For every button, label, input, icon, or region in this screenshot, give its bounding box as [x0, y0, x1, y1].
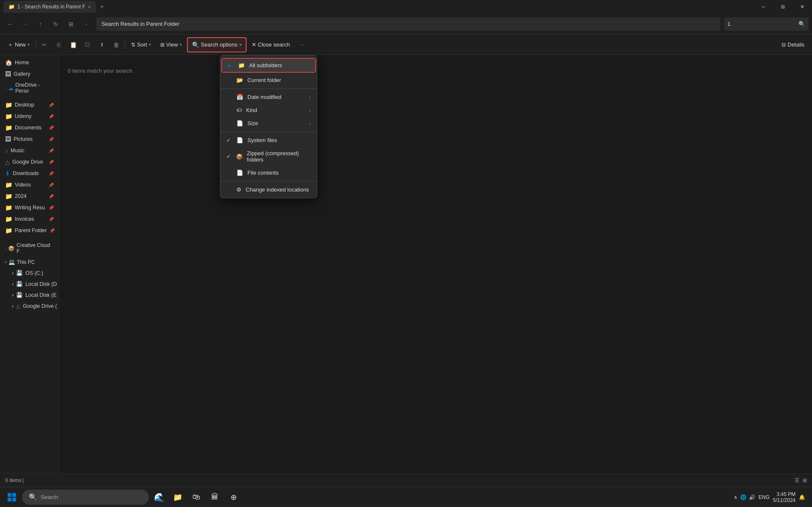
- menu-item-current-folder[interactable]: 📂 Current folder: [220, 74, 317, 87]
- sidebar-item-udemy[interactable]: 📁 Udemy 📌: [2, 111, 57, 122]
- sidebar-item-invoices[interactable]: 📁 Invoices 📌: [2, 214, 57, 225]
- sidebar-item-documents[interactable]: 📁 Documents 📌: [2, 122, 57, 133]
- window-controls: ─ ⧉ ✕: [754, 0, 812, 14]
- sidebar-item-desktop[interactable]: 📁 Desktop 📌: [2, 99, 57, 110]
- sidebar-creativecloud-header[interactable]: › 📦 Creative Cloud F: [2, 240, 57, 256]
- search-options-dropdown: ● 📁 All subfolders 📂 Current folder 📅: [220, 55, 317, 198]
- taskbar-app-store[interactable]: 🛍: [188, 489, 205, 506]
- current-folder-label: Current folder: [247, 77, 281, 83]
- search-box[interactable]: 1 🔍: [724, 17, 809, 31]
- sidebar-music-label: Music: [11, 148, 25, 153]
- language-indicator[interactable]: ENG: [759, 494, 770, 500]
- videos-pin: 📌: [49, 183, 54, 187]
- sidebar-item-googledrive[interactable]: △ Google Drive 📌: [2, 156, 57, 167]
- taskbar-app-explorer[interactable]: 📁: [169, 489, 186, 506]
- sidebar-item-locald[interactable]: › 💾 Local Disk (D:): [2, 279, 57, 289]
- taskbar-app-ai[interactable]: 🌊: [151, 489, 167, 506]
- menu-item-change-indexed[interactable]: ⚙ Change indexed locations: [220, 183, 317, 196]
- menu-item-file-contents[interactable]: 📄 File contents: [220, 166, 317, 179]
- details-button[interactable]: ⊟ Details: [777, 37, 809, 52]
- paste-button[interactable]: 📋: [66, 38, 80, 52]
- sidebar-onedrive-header[interactable]: › ☁ OneDrive - Perso: [2, 80, 57, 96]
- back-button[interactable]: ←: [3, 17, 17, 31]
- list-view-icon[interactable]: ☰: [795, 477, 799, 483]
- delete-button[interactable]: 🗑: [110, 38, 123, 52]
- view-switcher-button[interactable]: ⊞: [64, 17, 78, 31]
- network-icon[interactable]: 🌐: [740, 494, 746, 500]
- sidebar-thispc-header[interactable]: › 💻 This PC: [2, 257, 57, 267]
- address-path[interactable]: Search Results in Parent Folder: [96, 17, 721, 31]
- copy-button[interactable]: ⎘: [52, 38, 66, 52]
- size-arrow: ›: [309, 121, 311, 126]
- sidebar-item-pictures[interactable]: 🖼 Pictures 📌: [2, 134, 57, 145]
- onedrive-chevron: ›: [5, 86, 6, 90]
- udemy-pin: 📌: [49, 114, 54, 119]
- zipped-check: ✓: [226, 153, 232, 159]
- sidebar-item-parentfolder[interactable]: 📁 Parent Folder 📌: [2, 225, 57, 236]
- sidebar-item-osc[interactable]: › 💾 OS (C:): [2, 268, 57, 278]
- new-tab-button[interactable]: +: [96, 1, 108, 13]
- tray-icons: ∧ 🌐 🔊: [734, 494, 755, 500]
- forward-button[interactable]: →: [19, 17, 32, 31]
- share-button[interactable]: ⬆: [95, 38, 109, 52]
- music-pin: 📌: [49, 148, 54, 153]
- menu-item-zipped-folders[interactable]: ✓ 📦 Zipped (compressed) folders: [220, 147, 317, 166]
- sidebar-item-music[interactable]: ♪ Music 📌: [2, 145, 57, 156]
- tab-close-button[interactable]: ✕: [88, 5, 91, 9]
- up-button[interactable]: ↑: [34, 17, 47, 31]
- new-button[interactable]: ＋ New ▾: [3, 37, 34, 52]
- volume-icon[interactable]: 🔊: [749, 494, 755, 500]
- refresh-button[interactable]: ↻: [49, 17, 63, 31]
- new-label: New: [15, 41, 26, 48]
- osc-chevron: ›: [12, 270, 14, 276]
- maximize-button[interactable]: ⧉: [773, 0, 793, 14]
- sidebar-item-gallery-label: Gallery: [14, 71, 30, 77]
- more-options-button[interactable]: ···: [295, 37, 308, 52]
- tab-title: 1 - Search Results in Parent Fol: [17, 4, 85, 10]
- cut-button[interactable]: ✂: [38, 38, 51, 52]
- sidebar-item-downloads[interactable]: ⬇ Downloads 📌: [2, 168, 57, 179]
- minimize-button[interactable]: ─: [754, 0, 773, 14]
- clock[interactable]: 3:45 PM 5/11/2024: [773, 491, 796, 503]
- 2024-icon: 📁: [5, 193, 12, 200]
- sidebar-udemy-label: Udemy: [15, 113, 32, 119]
- sidebar-item-2024[interactable]: 📁 2024 📌: [2, 191, 57, 202]
- active-tab[interactable]: 📁 1 - Search Results in Parent Fol ✕: [3, 1, 96, 13]
- notification-bell[interactable]: 🔔: [799, 494, 805, 500]
- view-button[interactable]: ⊞ View ▾: [156, 37, 186, 52]
- sidebar-item-writing[interactable]: 📁 Writing Resu 📌: [2, 202, 57, 213]
- windows-logo: [8, 493, 16, 502]
- sidebar-item-googledrive2[interactable]: › △ Google Drive (: [2, 301, 57, 311]
- menu-item-system-files[interactable]: ✓ 📄 System files: [220, 134, 317, 147]
- start-button[interactable]: [3, 489, 20, 506]
- store-icon: 🛍: [192, 493, 200, 502]
- sidebar-pictures-label: Pictures: [14, 136, 33, 142]
- system-files-check: ✓: [226, 137, 232, 143]
- thispc-icon: 💻: [8, 259, 15, 265]
- menu-item-size[interactable]: 📄 Size ›: [220, 117, 317, 130]
- osc-icon: 💾: [16, 270, 23, 276]
- sidebar-item-locale[interactable]: › 💾 Local Disk (E:): [2, 290, 57, 300]
- breadcrumb-arrow[interactable]: ›: [80, 17, 93, 31]
- search-options-button[interactable]: 🔍 Search options ▾: [187, 37, 247, 52]
- sidebar-item-home[interactable]: 🏠 Home: [2, 57, 57, 68]
- copy2-button[interactable]: ⿻: [81, 38, 94, 52]
- sidebar-item-gallery[interactable]: 🖼 Gallery: [2, 69, 57, 79]
- sidebar-item-videos[interactable]: 📁 Videos 📌: [2, 179, 57, 190]
- empty-message-text: 0 items match your search.: [68, 68, 134, 74]
- details-icon: ⊟: [782, 42, 786, 48]
- close-button[interactable]: ✕: [793, 0, 812, 14]
- menu-item-kind[interactable]: 🏷 Kind ›: [220, 104, 317, 117]
- menu-item-date-modified[interactable]: 📅 Date modified ›: [220, 90, 317, 104]
- locald-icon: 💾: [16, 281, 23, 287]
- grid-view-icon[interactable]: ⊞: [803, 477, 807, 483]
- dropdown-container: ● 📁 All subfolders 📂 Current folder 📅: [220, 55, 317, 198]
- locale-icon: 💾: [16, 292, 23, 298]
- chevron-up-icon[interactable]: ∧: [734, 494, 738, 500]
- taskbar-app-photos[interactable]: 🏛: [206, 489, 223, 506]
- taskbar-search[interactable]: 🔍 Search: [22, 490, 149, 505]
- sort-button[interactable]: ⇅ Sort ▾: [127, 37, 155, 52]
- close-search-button[interactable]: ✕ Close search: [247, 37, 294, 52]
- menu-item-all-subfolders[interactable]: ● 📁 All subfolders: [222, 59, 315, 72]
- taskbar-app-chrome[interactable]: ⊕: [225, 489, 242, 506]
